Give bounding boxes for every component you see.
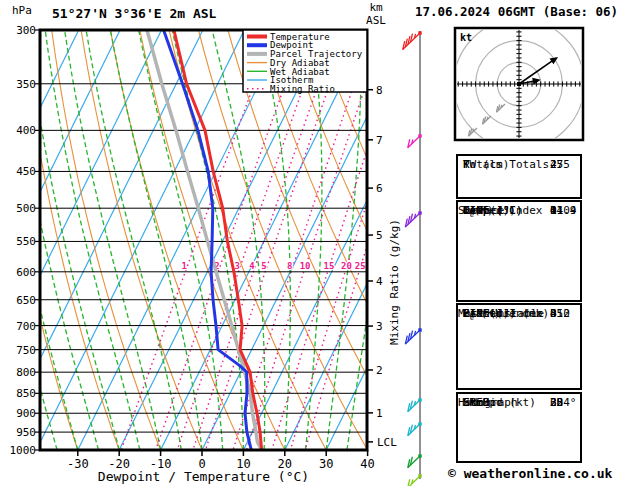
copyright-credit: © weatheronline.co.uk bbox=[448, 466, 612, 481]
pressure-tick-label: 900 bbox=[16, 407, 36, 420]
mixing-ratio-axis-label: Mixing Ratio (g/kg) bbox=[388, 219, 401, 345]
stat-label: PW (cm) bbox=[463, 158, 509, 171]
pressure-tick-label: 600 bbox=[16, 266, 36, 279]
panel-row: PW (cm)2.5 bbox=[458, 158, 509, 172]
legend: TemperatureDewpointParcel TrajectoryDry … bbox=[243, 30, 367, 94]
wet-adiabat-line bbox=[139, 30, 223, 450]
pressure-tick-label: 450 bbox=[16, 165, 36, 178]
wind-barb-half bbox=[473, 129, 474, 132]
skewt-sounding-page: 12345810152025TemperatureDewpointParcel … bbox=[0, 0, 629, 486]
stat-label: StmSpd (kt) bbox=[463, 396, 536, 409]
sounding-curves bbox=[147, 30, 262, 450]
stat-label: CIN (J) bbox=[463, 307, 509, 320]
pressure-tick-label: 950 bbox=[16, 426, 36, 439]
stats-panel: Most UnstablePressure (mb)850θe (K)312Li… bbox=[456, 303, 582, 390]
pressure-tick-label: 800 bbox=[16, 366, 36, 379]
dry-adiabat-line bbox=[22, 30, 119, 450]
mixing-ratio-value: 1 bbox=[181, 261, 186, 271]
station-title: 51°27'N 3°36'E 2m ASL bbox=[52, 6, 216, 21]
pressure-tick-label: 700 bbox=[16, 320, 36, 333]
pressure-tick-label: 650 bbox=[16, 294, 36, 307]
wind-barb-full bbox=[408, 479, 410, 486]
mixing-ratio-value: 3 bbox=[234, 261, 239, 271]
pressure-tick-label: 500 bbox=[16, 202, 36, 215]
mixing-ratio-value: 10 bbox=[300, 261, 311, 271]
km-tick-label: 7 bbox=[376, 134, 383, 147]
panel-row: StmSpd (kt)30 bbox=[458, 396, 536, 410]
km-tick-label: 4 bbox=[376, 275, 383, 288]
lcl-label: LCL bbox=[377, 436, 397, 449]
pressure-unit-label: hPa bbox=[12, 4, 32, 17]
km-tick-label: 1 bbox=[376, 407, 383, 420]
mixing-ratio-value: 8 bbox=[287, 261, 292, 271]
km-tick-label: 8 bbox=[376, 84, 383, 97]
temperature-axis: -30-20-10010203040Dewpoint / Temperature… bbox=[67, 450, 375, 484]
pressure-tick-label: 350 bbox=[16, 78, 36, 91]
wind-barb-half bbox=[501, 105, 502, 108]
temperature-axis-title: Dewpoint / Temperature (°C) bbox=[98, 469, 309, 484]
wet-adiabat-line bbox=[212, 30, 265, 450]
panel-row: CIN (J)0 bbox=[458, 307, 509, 321]
pressure-tick-label: 300 bbox=[16, 24, 36, 37]
altitude-unit-label: km ASL bbox=[358, 1, 394, 27]
mixing-ratio-value: 20 bbox=[341, 261, 352, 271]
pressure-tick-labels: 3003504004505005506006507007508008509009… bbox=[10, 24, 41, 457]
pressure-tick-label: 400 bbox=[16, 124, 36, 137]
km-tick-label: 5 bbox=[376, 229, 383, 242]
legend-label: Mixing Ratio bbox=[270, 84, 335, 94]
pressure-tick-label: 850 bbox=[16, 387, 36, 400]
km-tick-label: 3 bbox=[376, 320, 383, 333]
pressure-tick-label: 550 bbox=[16, 235, 36, 248]
hodograph-panel: kt bbox=[454, 19, 584, 149]
temperature-tick-label: -30 bbox=[67, 457, 89, 471]
mixing-ratio-value: 5 bbox=[261, 261, 266, 271]
wet-adiabat-line bbox=[65, 30, 161, 450]
mixing-ratio-value: 15 bbox=[324, 261, 335, 271]
run-datetime: 17.06.2024 06GMT (Base: 06) bbox=[404, 4, 629, 19]
km-tick-label: 6 bbox=[376, 182, 383, 195]
stats-panel: SurfaceTemp (°C)14.4Dewp (°C)11.9θe(K)31… bbox=[456, 200, 582, 302]
stat-label: CIN (J) bbox=[463, 204, 509, 217]
pressure-tick-label: 750 bbox=[16, 344, 36, 357]
wet-adiabat-line bbox=[86, 30, 181, 450]
stat-value: 0 bbox=[550, 307, 557, 321]
temperature-tick-label: 40 bbox=[360, 457, 374, 471]
pressure-tick-label: 1000 bbox=[10, 444, 37, 457]
hodograph-unit-label: kt bbox=[460, 32, 472, 43]
stats-panel: HodographEH22SREH68StmDir254°StmSpd (kt)… bbox=[456, 392, 582, 463]
wind-barb-column bbox=[403, 31, 422, 486]
stats-panel: K25Totals Totals47PW (cm)2.5 bbox=[456, 154, 582, 199]
temperature-tick-label: 30 bbox=[319, 457, 333, 471]
stat-value: 0 bbox=[550, 204, 557, 218]
mixing-ratio-value: 25 bbox=[355, 261, 366, 271]
wind-barb-half bbox=[487, 117, 488, 120]
stat-value: 30 bbox=[550, 396, 563, 410]
stat-value: 2.5 bbox=[550, 158, 570, 172]
km-tick-label: 2 bbox=[376, 364, 383, 377]
panel-row: CIN (J)0 bbox=[458, 204, 509, 218]
mixing-ratio-value: 4 bbox=[249, 261, 255, 271]
parcel-trajectory-curve bbox=[147, 30, 262, 450]
